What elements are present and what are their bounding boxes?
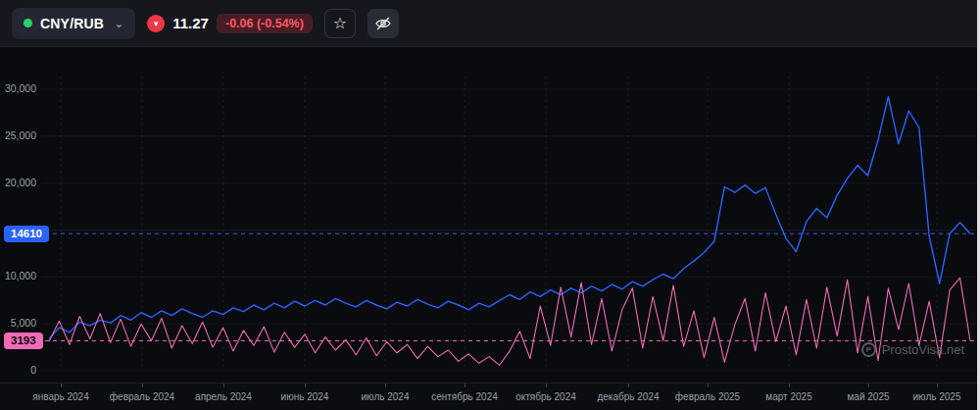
hide-chart-button[interactable]: [368, 9, 399, 38]
x-tick-mark: [937, 384, 938, 387]
x-tick-mark: [385, 384, 386, 387]
x-axis[interactable]: январь 2024февраль 2024апрель 2024июнь 2…: [0, 383, 980, 410]
chart-svg[interactable]: [0, 47, 980, 383]
market-open-dot-icon: [24, 19, 32, 27]
x-tick-label: февраль 2025: [675, 391, 740, 402]
y-tick-label: 0: [0, 364, 36, 376]
x-tick-label: июль 2024: [362, 391, 410, 402]
x-tick-label: сентябрь 2024: [431, 391, 498, 402]
toolbar: CNY/RUB ⌄ ▼ 11.27 -0.06 (-0.54%) ☆: [0, 0, 980, 47]
x-tick-label: июль 2025: [913, 391, 961, 402]
x-tick-label: март 2025: [765, 391, 811, 402]
x-tick-label: декабрь 2024: [597, 391, 659, 402]
watermark-text: ProstoVisa.net: [882, 342, 964, 357]
last-price: 11.27: [172, 15, 209, 31]
pink-series-line: [49, 278, 970, 365]
x-tick-mark: [546, 384, 547, 387]
x-tick-label: январь 2024: [32, 391, 89, 402]
chevron-down-icon: ⌄: [114, 18, 123, 29]
x-tick-label: февраль 2024: [110, 391, 174, 402]
price-line-label: 3193: [4, 333, 43, 349]
x-tick-label: июнь 2024: [281, 391, 329, 402]
chart-plot-area[interactable]: P ProstoVisa.net 14610319330,00025,00020…: [0, 47, 980, 383]
blue-series-line: [49, 97, 970, 339]
y-tick-label: 10,000: [0, 270, 36, 282]
watermark-logo: P: [861, 342, 876, 357]
price-group: ▼ 11.27 -0.06 (-0.54%): [147, 14, 313, 33]
x-tick-mark: [305, 384, 306, 387]
eye-off-icon: [374, 16, 392, 31]
symbol-name: CNY/RUB: [40, 16, 104, 31]
x-tick-label: май 2025: [847, 391, 889, 402]
favorite-button[interactable]: ☆: [324, 9, 356, 38]
x-tick-mark: [628, 384, 629, 387]
price-down-arrow-icon: ▼: [147, 15, 165, 32]
price-change-badge: -0.06 (-0.54%): [217, 14, 313, 33]
watermark: P ProstoVisa.net: [861, 342, 964, 357]
down-triangle-glyph: ▼: [152, 20, 160, 27]
y-tick-label: 30,000: [0, 82, 36, 94]
y-tick-label: 5,000: [0, 317, 36, 329]
x-tick-mark: [223, 384, 224, 387]
x-tick-mark: [142, 384, 143, 387]
x-tick-mark: [868, 384, 869, 387]
x-tick-mark: [708, 384, 709, 387]
x-tick-mark: [789, 384, 790, 387]
x-tick-label: октябрь 2024: [515, 391, 576, 402]
symbol-selector[interactable]: CNY/RUB ⌄: [12, 8, 135, 39]
x-tick-mark: [465, 384, 466, 387]
price-line-label: 14610: [4, 226, 49, 242]
y-tick-label: 20,000: [0, 177, 36, 188]
y-tick-label: 25,000: [0, 129, 36, 141]
x-tick-label: апрель 2024: [195, 391, 252, 402]
x-tick-mark: [61, 384, 62, 387]
star-icon: ☆: [333, 14, 347, 32]
